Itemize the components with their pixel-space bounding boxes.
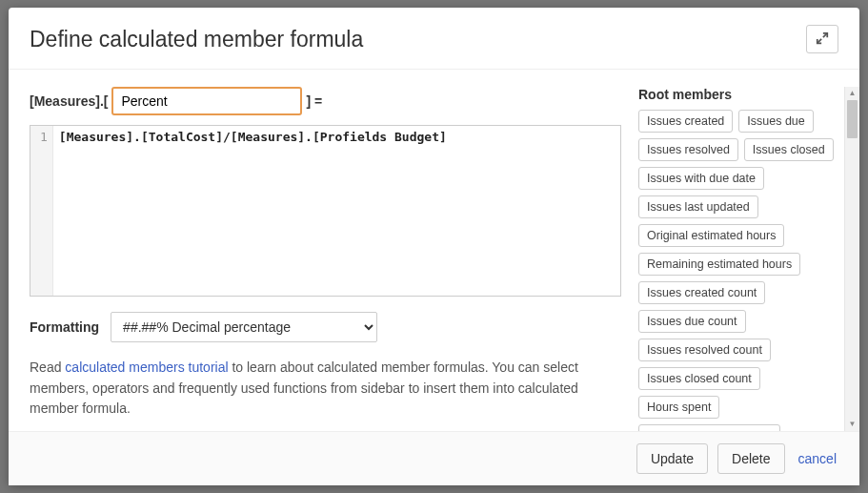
root-member-chip[interactable]: Issues created count	[638, 281, 765, 304]
formatting-label: Formatting	[30, 319, 99, 335]
measure-prefix: [Measures].[	[30, 93, 108, 109]
editor-gutter: 1	[30, 126, 53, 296]
calculated-member-dialog: Define calculated member formula [Measur…	[9, 8, 859, 485]
root-member-chip[interactable]: Original estimated hours	[638, 224, 784, 247]
formula-code[interactable]: [Measures].[TotalCost]/[Measures].[Profi…	[53, 126, 620, 296]
root-members-list: Issues createdIssues dueIssues resolvedI…	[638, 110, 840, 431]
hint-before: Read	[30, 359, 65, 375]
root-member-chip[interactable]: Issues created	[638, 110, 733, 133]
tutorial-link[interactable]: calculated members tutorial	[65, 359, 228, 375]
dialog-body: [Measures].[ ] = 1 [Measures].[TotalCost…	[9, 70, 859, 431]
formatting-select[interactable]: ##.##% Decimal percentage	[111, 312, 377, 342]
root-member-chip[interactable]: Issues last updated	[638, 195, 758, 218]
root-member-chip[interactable]: Issues due count	[638, 310, 746, 333]
root-members-panel: Root members Issues createdIssues dueIss…	[638, 87, 840, 431]
root-members-title: Root members	[638, 87, 840, 102]
root-member-chip[interactable]: Issues with hours spent	[638, 424, 780, 431]
formatting-row: Formatting ##.##% Decimal percentage	[30, 312, 621, 342]
root-member-chip[interactable]: Issues with due date	[638, 167, 764, 190]
measure-name-input[interactable]	[111, 87, 302, 115]
dialog-footer: Update Delete cancel	[9, 431, 859, 485]
sidebar-scrollbar[interactable]	[844, 87, 859, 431]
root-member-chip[interactable]: Issues resolved count	[638, 339, 771, 361]
root-member-chip[interactable]: Issues resolved	[638, 138, 738, 161]
expand-button[interactable]	[806, 25, 838, 53]
line-number: 1	[40, 129, 48, 147]
hint-text: Read calculated members tutorial to lear…	[30, 358, 621, 420]
expand-icon	[816, 31, 829, 48]
editor-column: [Measures].[ ] = 1 [Measures].[TotalCost…	[9, 70, 638, 431]
formula-editor[interactable]: 1 [Measures].[TotalCost]/[Measures].[Pro…	[30, 125, 621, 297]
dialog-title: Define calculated member formula	[30, 27, 363, 52]
sidebar-column: Root members Issues createdIssues dueIss…	[638, 70, 859, 431]
root-member-chip[interactable]: Hours spent	[638, 396, 719, 419]
delete-button[interactable]: Delete	[717, 443, 784, 474]
measure-suffix: ] =	[306, 93, 322, 109]
cancel-button[interactable]: cancel	[795, 444, 840, 473]
root-member-chip[interactable]: Issues due	[738, 110, 813, 133]
root-member-chip[interactable]: Remaining estimated hours	[638, 253, 800, 276]
dialog-header: Define calculated member formula	[9, 8, 859, 70]
scroll-thumb[interactable]	[847, 100, 858, 138]
measure-name-row: [Measures].[ ] =	[30, 87, 621, 115]
update-button[interactable]: Update	[636, 443, 708, 474]
root-member-chip[interactable]: Issues closed	[744, 138, 834, 161]
root-member-chip[interactable]: Issues closed count	[638, 367, 760, 390]
